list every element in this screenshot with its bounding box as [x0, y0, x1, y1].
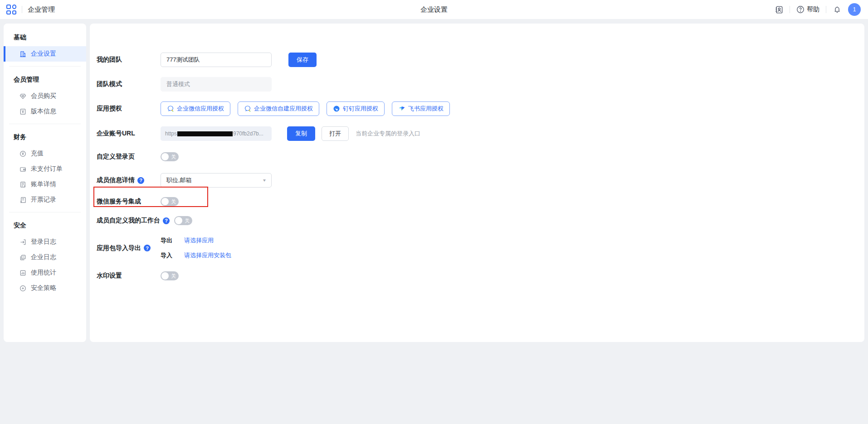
chevron-down-icon: ▾: [263, 178, 266, 183]
team-name-input[interactable]: 777测试团队: [161, 53, 272, 67]
wecom-icon: [244, 105, 251, 112]
sidebar-item-bill-details[interactable]: 账单详情: [4, 177, 86, 192]
sidebar-item-enterprise-logs[interactable]: 企业日志: [4, 250, 86, 265]
app-package-help-icon[interactable]: ?: [144, 245, 151, 251]
wecom-custom-auth-label: 企业微信自建应用授权: [254, 105, 313, 113]
row-team-name: 我的团队 777测试团队 保存: [90, 53, 317, 67]
wecom-auth-label: 企业微信应用授权: [177, 105, 224, 113]
export-label: 导出: [161, 236, 172, 245]
sidebar-item-member-purchase[interactable]: 会员购买: [4, 88, 86, 104]
sidebar-item-security-policy[interactable]: 安全策略: [4, 280, 86, 296]
recharge-yen-icon: [19, 150, 26, 157]
user-avatar[interactable]: 1: [848, 3, 861, 16]
sidebar-item-label: 使用统计: [31, 269, 56, 277]
topbar: 企业管理 企业设置 帮助 1: [0, 0, 868, 19]
app-package-label: 应用包导入导出 ?: [90, 244, 161, 252]
import-select-package-link[interactable]: 请选择应用安装包: [184, 251, 231, 260]
feishu-auth-label: 飞书应用授权: [408, 105, 444, 113]
divider: [826, 6, 826, 13]
sidebar-item-recharge[interactable]: 充值: [4, 146, 86, 161]
feishu-icon: [398, 105, 405, 112]
redaction-bar: [177, 131, 233, 136]
url-suffix: 970fb2d7b...: [233, 130, 263, 137]
account-url-label: 企业账号URL: [90, 130, 161, 138]
app-grid-icon[interactable]: [6, 5, 16, 14]
custom-workbench-label: 成员自定义我的工作台 ?: [90, 217, 174, 225]
toggle-knob: [161, 198, 169, 205]
dingtalk-icon: [333, 105, 340, 112]
diamond-icon: [19, 92, 26, 100]
save-button[interactable]: 保存: [288, 53, 317, 67]
row-custom-workbench: 成员自定义我的工作台 ? 关: [90, 216, 192, 225]
enterprise-log-icon: [19, 254, 26, 261]
toggle-knob: [161, 272, 169, 279]
toggle-state-label: 关: [185, 218, 190, 223]
row-watermark: 水印设置 关: [90, 271, 179, 280]
shield-plus-icon: [19, 284, 26, 292]
member-info-value: 职位,邮箱: [166, 176, 192, 184]
sidebar-item-label: 企业日志: [31, 253, 56, 261]
toggle-state-label: 关: [171, 274, 176, 279]
divider: [9, 212, 81, 212]
copy-url-button[interactable]: 复制: [287, 126, 315, 141]
row-team-mode: 团队模式 普通模式: [90, 77, 272, 92]
settings-panel: 我的团队 777测试团队 保存 团队模式 普通模式 应用授权 企业微信应用授权: [90, 24, 864, 342]
divider: [9, 124, 81, 124]
url-hint: 当前企业专属的登录入口: [356, 130, 420, 138]
export-select-app-link[interactable]: 请选择应用: [184, 236, 214, 245]
row-app-package: 应用包导入导出 ? 导出 请选择应用 导入 请选择应用安装包: [90, 236, 231, 260]
page-title: 企业设置: [0, 0, 868, 19]
row-member-info: 成员信息详情 ? 职位,邮箱 ▾: [90, 173, 272, 188]
help-button[interactable]: 帮助: [796, 5, 819, 14]
member-info-help-icon[interactable]: ?: [137, 177, 144, 184]
team-mode-label: 团队模式: [90, 80, 161, 88]
custom-login-toggle[interactable]: 关: [161, 152, 179, 161]
sidebar-section-finance: 财务: [4, 129, 86, 146]
member-info-select[interactable]: 职位,邮箱 ▾: [161, 173, 272, 188]
divider: [9, 66, 81, 67]
contacts-icon[interactable]: [774, 5, 783, 14]
wecom-auth-button[interactable]: 企业微信应用授权: [161, 101, 230, 116]
wechat-service-toggle[interactable]: 关: [161, 197, 179, 206]
open-url-button[interactable]: 打开: [322, 126, 349, 141]
sidebar-item-label: 开票记录: [31, 196, 56, 204]
feishu-auth-button[interactable]: 飞书应用授权: [392, 101, 450, 116]
url-prefix: https: [165, 130, 177, 137]
help-icon: [796, 5, 805, 14]
wecom-custom-auth-button[interactable]: 企业微信自建应用授权: [238, 101, 319, 116]
sidebar-item-label: 充值: [31, 149, 44, 158]
sidebar-item-invoice-records[interactable]: 开票记录: [4, 192, 86, 207]
member-info-label: 成员信息详情 ?: [90, 176, 161, 184]
watermark-label: 水印设置: [90, 272, 161, 280]
version-doc-icon: [19, 108, 26, 115]
dingtalk-auth-button[interactable]: 钉钉应用授权: [327, 101, 385, 116]
sidebar-item-version-info[interactable]: 版本信息: [4, 104, 86, 119]
sidebar-item-unpaid-orders[interactable]: 未支付订单: [4, 161, 86, 177]
toggle-state-label: 关: [171, 154, 176, 159]
notification-bell-icon[interactable]: [833, 5, 842, 14]
sidebar-item-label: 安全策略: [31, 284, 56, 292]
team-mode-input: 普通模式: [161, 77, 272, 92]
sidebar-item-label: 会员购买: [31, 92, 56, 100]
sidebar-section-basic: 基础: [4, 29, 86, 46]
custom-workbench-help-icon[interactable]: ?: [163, 217, 170, 224]
account-url-value[interactable]: https 970fb2d7b...: [161, 126, 272, 141]
sidebar-item-usage-stats[interactable]: 使用统计: [4, 265, 86, 280]
sidebar-item-label: 登录日志: [31, 238, 56, 246]
custom-workbench-toggle[interactable]: 关: [174, 216, 192, 225]
row-account-url: 企业账号URL https 970fb2d7b... 复制 打开 当前企业专属的…: [90, 126, 420, 141]
sidebar-item-label: 版本信息: [31, 107, 56, 116]
sidebar-item-enterprise-settings[interactable]: 企业设置: [4, 46, 86, 62]
bar-chart-icon: [19, 269, 26, 276]
sidebar-item-login-logs[interactable]: 登录日志: [4, 234, 86, 250]
sidebar-item-label: 未支付订单: [31, 165, 63, 173]
dingtalk-auth-label: 钉钉应用授权: [343, 105, 378, 113]
divider: [790, 6, 790, 13]
wechat-service-label: 微信服务号集成: [90, 198, 161, 206]
login-log-icon: [19, 238, 26, 246]
invoice-icon: [19, 196, 26, 203]
sidebar-item-label: 企业设置: [31, 50, 56, 58]
watermark-toggle[interactable]: 关: [161, 271, 179, 280]
row-app-auth: 应用授权 企业微信应用授权 企业微信自建应用授权: [90, 101, 450, 116]
wallet-icon: [19, 165, 26, 173]
